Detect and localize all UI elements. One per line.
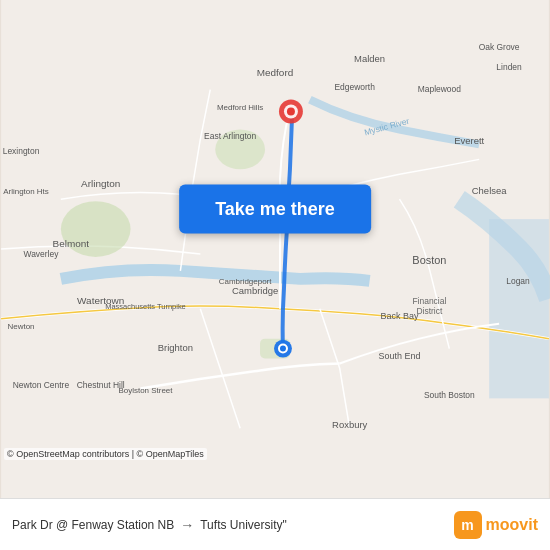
- svg-text:Chelsea: Chelsea: [472, 185, 507, 196]
- take-me-there-button[interactable]: Take me there: [179, 185, 371, 234]
- svg-text:Newton: Newton: [8, 322, 35, 331]
- svg-text:Belmont: Belmont: [53, 238, 90, 249]
- svg-text:District: District: [416, 306, 442, 316]
- moovit-brand-text: moovit: [486, 516, 538, 534]
- map-container: Medford Arlington Belmont Somerville Wat…: [0, 0, 550, 498]
- svg-text:Boston: Boston: [412, 254, 446, 266]
- svg-text:Everett: Everett: [454, 135, 484, 146]
- moovit-logo: m moovit: [454, 511, 538, 539]
- app: Medford Arlington Belmont Somerville Wat…: [0, 0, 550, 550]
- route-info: Park Dr @ Fenway Station NB → Tufts Univ…: [12, 517, 446, 533]
- footer-bar: Park Dr @ Fenway Station NB → Tufts Univ…: [0, 498, 550, 550]
- svg-text:Back Bay: Back Bay: [381, 311, 419, 321]
- map-svg: Medford Arlington Belmont Somerville Wat…: [0, 0, 550, 498]
- svg-text:Brighton: Brighton: [158, 342, 193, 353]
- svg-rect-1: [489, 219, 549, 398]
- svg-text:East Arlington: East Arlington: [204, 131, 256, 141]
- svg-text:Cambridge: Cambridge: [232, 285, 278, 296]
- svg-text:Massachusetts Turnpike: Massachusetts Turnpike: [105, 302, 186, 311]
- svg-text:Waverley: Waverley: [23, 249, 59, 259]
- svg-point-10: [280, 346, 286, 352]
- svg-text:Lexington: Lexington: [3, 146, 40, 156]
- svg-point-7: [287, 108, 295, 116]
- svg-text:Arlington: Arlington: [81, 178, 120, 189]
- svg-text:Arlington Hts: Arlington Hts: [3, 187, 49, 196]
- origin-label: Park Dr @ Fenway Station NB: [12, 518, 174, 532]
- moovit-icon: m: [454, 511, 482, 539]
- svg-text:Cambridgeport: Cambridgeport: [219, 277, 272, 286]
- svg-text:Malden: Malden: [354, 53, 385, 64]
- svg-text:Boylston Street: Boylston Street: [119, 386, 174, 395]
- svg-text:Oak Grove: Oak Grove: [479, 42, 520, 52]
- map-attribution: © OpenStreetMap contributors | © OpenMap…: [4, 448, 207, 460]
- svg-text:Medford: Medford: [257, 67, 294, 78]
- arrow-icon: →: [180, 517, 194, 533]
- svg-text:Newton Centre: Newton Centre: [13, 380, 70, 390]
- svg-text:South Boston: South Boston: [424, 390, 475, 400]
- svg-text:Maplewood: Maplewood: [418, 84, 462, 94]
- svg-text:Linden: Linden: [496, 62, 522, 72]
- svg-text:Chestnut Hill: Chestnut Hill: [77, 380, 125, 390]
- destination-label: Tufts University": [200, 518, 287, 532]
- svg-text:Financial: Financial: [412, 296, 446, 306]
- svg-text:South End: South End: [379, 351, 421, 361]
- svg-text:Medford Hills: Medford Hills: [217, 103, 263, 112]
- svg-text:Logan: Logan: [506, 276, 530, 286]
- svg-text:Edgeworth: Edgeworth: [334, 82, 375, 92]
- svg-text:Roxbury: Roxbury: [332, 419, 367, 430]
